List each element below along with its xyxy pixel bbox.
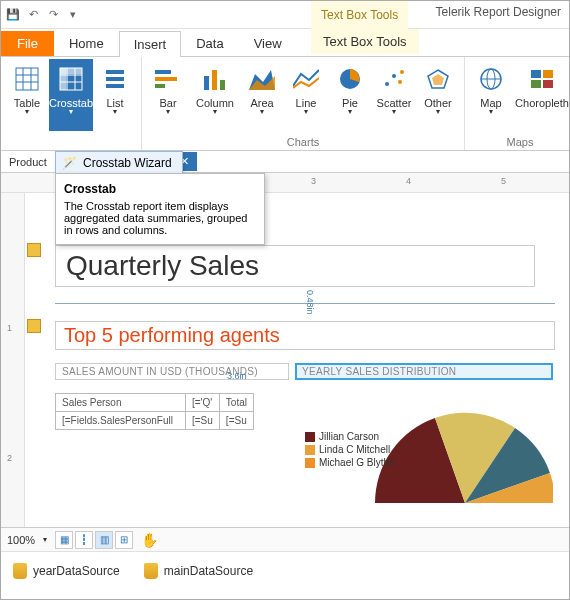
svg-rect-13 bbox=[106, 77, 124, 81]
svg-point-25 bbox=[392, 74, 396, 78]
ribbon-group-data-tables: Table▾ Crosstab▾ List▾ bbox=[1, 57, 142, 150]
band-icon[interactable] bbox=[27, 243, 41, 257]
measure-horizontal: 3.6in bbox=[227, 371, 247, 381]
table-cell: [=Su bbox=[186, 412, 220, 430]
datasource-item[interactable]: yearDataSource bbox=[13, 563, 120, 579]
legend-swatch bbox=[305, 458, 315, 468]
group-label-charts: Charts bbox=[146, 136, 460, 150]
tab-insert[interactable]: Insert bbox=[119, 31, 182, 57]
crosstab-wizard-item[interactable]: 🪄 Crosstab Wizard bbox=[55, 151, 183, 175]
scatter-button[interactable]: Scatter▾ bbox=[372, 59, 416, 131]
crosstab-icon bbox=[57, 65, 85, 93]
chevron-down-icon: ▾ bbox=[113, 109, 117, 115]
bar-button[interactable]: Bar▾ bbox=[146, 59, 190, 131]
measure-vertical: 0.48in bbox=[305, 290, 315, 315]
doc-tab-product[interactable]: Product bbox=[1, 153, 55, 171]
datasource-item[interactable]: mainDataSource bbox=[144, 563, 253, 579]
scatter-chart-icon bbox=[380, 65, 408, 93]
wizard-icon: 🪄 bbox=[62, 156, 77, 170]
crosstab-button[interactable]: Crosstab▾ bbox=[49, 59, 93, 131]
snap-lines-button[interactable]: ┇ bbox=[75, 531, 93, 549]
datasource-icon bbox=[13, 563, 27, 579]
ruler-tick: 5 bbox=[501, 176, 506, 186]
tooltip-body: The Crosstab report item displays aggreg… bbox=[64, 200, 256, 236]
band-icon[interactable] bbox=[27, 319, 41, 333]
svg-rect-20 bbox=[220, 80, 225, 90]
legend-item: Michael G Blythe bbox=[305, 457, 395, 468]
other-chart-icon bbox=[424, 65, 452, 93]
redo-icon[interactable]: ↷ bbox=[45, 7, 61, 23]
svg-rect-17 bbox=[155, 84, 165, 88]
report-title-textbox[interactable]: Quarterly Sales bbox=[55, 245, 535, 287]
bar-chart-icon bbox=[154, 65, 182, 93]
list-button[interactable]: List▾ bbox=[93, 59, 137, 131]
pan-icon[interactable]: ✋ bbox=[141, 532, 158, 548]
area-button[interactable]: Area▾ bbox=[240, 59, 284, 131]
section-title-textbox[interactable]: Top 5 performing agents bbox=[55, 321, 555, 350]
legend-label: Linda C Mitchell bbox=[319, 444, 390, 455]
show-grid-button[interactable]: ▥ bbox=[95, 531, 113, 549]
view-mode-buttons: ▦ ┇ ▥ ⊞ bbox=[55, 531, 133, 549]
panel-left-label[interactable]: SALES AMOUNT IN USD (THOUSANDS) bbox=[55, 363, 289, 380]
file-tab[interactable]: File bbox=[1, 31, 54, 56]
table-row: Sales Person [='Q' Total bbox=[56, 394, 254, 412]
tab-home[interactable]: Home bbox=[54, 30, 119, 56]
ruler-tick: 1 bbox=[7, 323, 12, 333]
undo-icon[interactable]: ↶ bbox=[25, 7, 41, 23]
ruler-vertical: 1 2 bbox=[1, 193, 25, 527]
dimensions-button[interactable]: ⊞ bbox=[115, 531, 133, 549]
table-icon bbox=[13, 65, 41, 93]
qat-dropdown-icon[interactable]: ▾ bbox=[65, 7, 81, 23]
column-button[interactable]: Column▾ bbox=[190, 59, 240, 131]
svg-rect-35 bbox=[531, 80, 541, 88]
line-chart-icon bbox=[292, 65, 320, 93]
legend-swatch bbox=[305, 445, 315, 455]
svg-marker-29 bbox=[432, 74, 444, 85]
tooltip-title: Crosstab bbox=[64, 182, 256, 196]
svg-rect-34 bbox=[543, 70, 553, 78]
choropleth-label: Choropleth bbox=[515, 97, 569, 109]
panel-right-label[interactable]: YEARLY SALES DISTRIBUTION bbox=[295, 363, 553, 380]
svg-rect-7 bbox=[60, 68, 66, 90]
ruler-tick: 4 bbox=[406, 176, 411, 186]
table-header: [='Q' bbox=[186, 394, 220, 412]
legend-item: Linda C Mitchell bbox=[305, 444, 395, 455]
legend-label: Jillian Carson bbox=[319, 431, 379, 442]
table-cell: [=Fields.SalesPersonFull bbox=[56, 412, 186, 430]
line-button[interactable]: Line▾ bbox=[284, 59, 328, 131]
zoom-dropdown-icon[interactable]: ▾ bbox=[43, 535, 47, 544]
pie-chart[interactable]: Jillian Carson Linda C Mitchell Michael … bbox=[295, 393, 553, 503]
svg-rect-18 bbox=[204, 76, 209, 90]
chart-legend: Jillian Carson Linda C Mitchell Michael … bbox=[305, 431, 395, 470]
other-button[interactable]: Other▾ bbox=[416, 59, 460, 131]
legend-item: Jillian Carson bbox=[305, 431, 395, 442]
choropleth-button[interactable]: Choropleth bbox=[513, 59, 570, 131]
chevron-down-icon: ▾ bbox=[25, 109, 29, 115]
choropleth-icon bbox=[528, 65, 556, 93]
svg-rect-36 bbox=[543, 80, 553, 88]
ribbon-body: Table▾ Crosstab▾ List▾ Bar▾ Column▾ Area… bbox=[1, 57, 569, 151]
svg-rect-19 bbox=[212, 70, 217, 90]
titlebar: 💾 ↶ ↷ ▾ Text Box Tools Telerik Report De… bbox=[1, 1, 569, 29]
tab-data[interactable]: Data bbox=[181, 30, 238, 56]
app-title: Telerik Report Designer bbox=[436, 5, 561, 19]
pie-button[interactable]: Pie▾ bbox=[328, 59, 372, 131]
crosstab-tooltip: Crosstab The Crosstab report item displa… bbox=[55, 173, 265, 245]
svg-point-27 bbox=[400, 70, 404, 74]
tab-view[interactable]: View bbox=[239, 30, 297, 56]
datasource-icon bbox=[144, 563, 158, 579]
area-chart-icon bbox=[248, 65, 276, 93]
tab-textbox-tools[interactable]: Text Box Tools bbox=[311, 29, 419, 54]
ribbon-tab-strip: File Home Insert Data View Text Box Tool… bbox=[1, 29, 569, 57]
table-header: Total bbox=[219, 394, 253, 412]
quick-access-toolbar: 💾 ↶ ↷ ▾ bbox=[5, 7, 81, 23]
datasource-label: yearDataSource bbox=[33, 564, 120, 578]
save-icon[interactable]: 💾 bbox=[5, 7, 21, 23]
table-button[interactable]: Table▾ bbox=[5, 59, 49, 131]
map-button[interactable]: Map▾ bbox=[469, 59, 513, 131]
svg-rect-12 bbox=[106, 70, 124, 74]
snap-grid-button[interactable]: ▦ bbox=[55, 531, 73, 549]
svg-point-26 bbox=[398, 80, 402, 84]
zoom-level[interactable]: 100% bbox=[7, 534, 35, 546]
sales-table[interactable]: Sales Person [='Q' Total [=Fields.SalesP… bbox=[55, 393, 254, 430]
